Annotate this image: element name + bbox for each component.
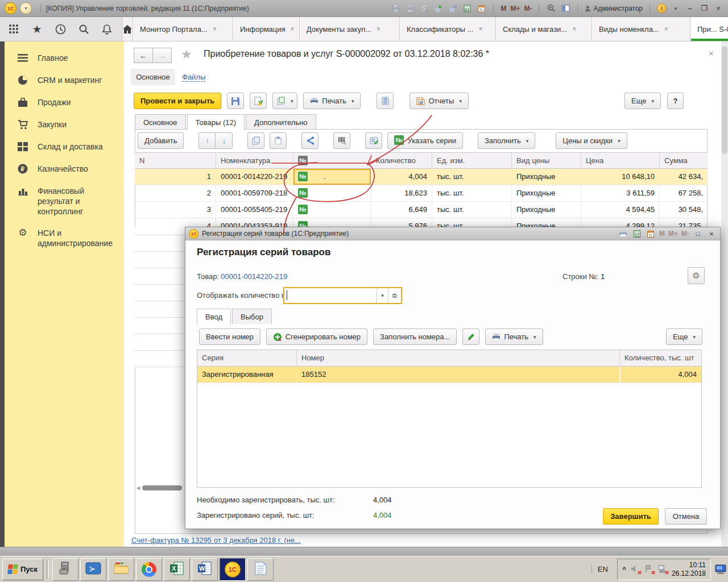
current-user[interactable]: Администратор — [585, 5, 643, 13]
cell-unit[interactable]: тыс. шт. — [432, 202, 512, 218]
scroll-left-icon[interactable]: ◀ — [136, 485, 140, 490]
notifications-bell-icon[interactable] — [101, 23, 113, 35]
vertical-scrollbar[interactable] — [721, 41, 728, 547]
barcode-scan-button[interactable] — [333, 132, 350, 149]
sidebar-item-kaznacheystvo[interactable]: ₽Казначейство — [5, 158, 124, 180]
generate-number-button[interactable]: AСгенерировать номер — [266, 329, 367, 345]
cell-qty[interactable]: 18,623 — [371, 185, 432, 201]
help-button[interactable]: ? — [667, 93, 684, 109]
apps-grid-icon[interactable] — [8, 23, 19, 35]
memory-m-minus-button[interactable]: М- — [681, 230, 689, 238]
tab-close-icon[interactable]: × — [377, 25, 380, 33]
cell-sum[interactable]: 42 634, — [660, 169, 708, 185]
fill-menu-button[interactable]: Заполнить▾ — [478, 132, 535, 149]
cell-price-type[interactable]: Приходные — [512, 202, 581, 218]
info-icon[interactable]: i — [657, 3, 667, 13]
cell-unit[interactable]: тыс. шт. — [432, 169, 512, 185]
sidebar-item-crm[interactable]: CRM и маркетинг — [5, 69, 124, 92]
paste-row-button[interactable] — [270, 132, 287, 149]
tab-close-icon[interactable]: × — [479, 25, 483, 33]
taskbar-app-excel[interactable]: X — [164, 558, 190, 581]
show-desktop-icon[interactable] — [714, 559, 727, 580]
table-row[interactable]: 1 00001-0014220-219 № . 4,004 тыс. шт. П… — [135, 169, 708, 185]
cell-price[interactable]: 4 594,45 — [581, 202, 660, 218]
tray-expand-icon[interactable]: ^ — [622, 566, 626, 573]
cell-qty[interactable]: 4,004 — [371, 169, 432, 185]
dialogtab-vybor[interactable]: Выбор — [232, 309, 272, 324]
sidebar-item-zakupki[interactable]: Закупки — [5, 114, 124, 136]
cell-nomenclature[interactable]: 00001-0055405-219 — [216, 202, 293, 218]
cell-series-selected[interactable]: № . — [293, 169, 371, 185]
home-tab[interactable] — [122, 17, 133, 41]
volume-muted-icon[interactable]: ✕ — [631, 565, 640, 574]
dialog-close-button[interactable]: × — [706, 230, 717, 238]
tab-dokumenty-zakup[interactable]: Документы закуп...× — [300, 17, 400, 41]
cell-sum[interactable]: 30 548, — [660, 202, 708, 218]
cancel-button[interactable]: Отмена — [665, 508, 707, 525]
sidebar-item-glavnoe[interactable]: Главное — [5, 47, 124, 69]
taskbar-app-1c-active[interactable]: 1С — [220, 558, 246, 581]
cell-number[interactable]: 185152 — [297, 367, 620, 383]
input-open-icon[interactable]: ⧉ — [388, 288, 401, 303]
cell-price-type[interactable]: Приходные — [512, 169, 581, 185]
invoice-link[interactable]: Счет-фактура № 13295 от 3 декабря 2018 г… — [131, 536, 301, 544]
sidebar-item-finrezultat[interactable]: Финансовый результат и контроллинг — [5, 180, 124, 222]
col-nomenclature[interactable]: Номенклатура — [216, 153, 293, 168]
save-icon[interactable] — [391, 4, 401, 13]
dialog-more-button[interactable]: Еще▾ — [666, 329, 702, 345]
tab-klassifikatory[interactable]: Классификаторы ...× — [400, 17, 496, 41]
calendar-icon[interactable]: 31 — [476, 4, 486, 13]
doc-navtab-main[interactable]: Основное — [131, 69, 175, 85]
dialogtab-vvod[interactable]: Ввод — [197, 309, 231, 325]
cell-series[interactable]: № — [293, 202, 371, 218]
enter-number-button[interactable]: Ввести номер — [199, 329, 260, 345]
product-link[interactable]: 00001-0014220-219 — [221, 272, 287, 281]
dialog-maximize-button[interactable]: □ — [693, 230, 703, 237]
tab-informaciya[interactable]: Информация× — [233, 17, 300, 41]
edit-pencil-button[interactable] — [462, 329, 479, 345]
print-icon[interactable] — [618, 229, 628, 238]
taskbar-app-notepad[interactable] — [247, 558, 274, 581]
prices-discounts-button[interactable]: Цены и скидки▾ — [556, 132, 627, 149]
print-icon[interactable] — [405, 4, 415, 13]
input-dropdown-icon[interactable]: ▾ — [377, 288, 388, 303]
col-series[interactable]: Серия — [197, 350, 297, 366]
set-series-button[interactable]: №Указать серии — [387, 132, 462, 149]
pagetab-tovary[interactable]: Товары (12) — [187, 114, 245, 130]
cell-series[interactable]: № — [293, 185, 371, 201]
pagetab-osnovnoe[interactable]: Основное — [135, 114, 186, 130]
pagetab-dopolnitelno[interactable]: Дополнительно — [246, 114, 316, 130]
cell-price[interactable]: 10 648,10 — [581, 169, 660, 185]
col-qty[interactable]: Количество, тыс. шт — [620, 350, 701, 366]
window-menu-button[interactable]: ▾ — [20, 2, 32, 14]
document-close-icon[interactable]: × — [709, 48, 714, 58]
scrollbar-thumb[interactable] — [722, 46, 727, 154]
tab-close-icon[interactable]: × — [664, 25, 668, 33]
reports-menu-button[interactable]: Отчеты▾ — [410, 93, 468, 109]
tab-sklady-i-magaziny[interactable]: Склады и магази...× — [496, 17, 592, 41]
calendar-icon[interactable]: 31 — [646, 229, 656, 238]
memory-m-plus-button[interactable]: М+ — [668, 230, 678, 238]
taskbar-app-powershell[interactable]: ≻ — [80, 558, 106, 581]
cell-sum[interactable]: 67 258, — [660, 185, 708, 201]
cell-price-type[interactable]: Приходные — [512, 185, 581, 201]
history-clock-icon[interactable] — [55, 23, 66, 35]
favorite-star-icon[interactable]: ★ — [181, 47, 192, 62]
print-preview-icon[interactable] — [419, 4, 429, 13]
search-icon[interactable] — [78, 23, 89, 35]
share-button[interactable] — [301, 132, 318, 149]
1c-logo-icon[interactable]: 1С — [5, 2, 16, 14]
start-button[interactable]: Пуск — [2, 559, 43, 580]
taskbar-app-chrome[interactable] — [136, 558, 162, 581]
taskbar-app-file-explorer[interactable] — [108, 558, 134, 581]
tab-monitor-portala[interactable]: Монитор Портала...× — [133, 17, 233, 41]
info-dropdown-icon[interactable]: ▾ — [671, 4, 681, 13]
sidebar-item-prodazhi[interactable]: Продажи — [5, 92, 124, 114]
cell-unit[interactable]: тыс. шт. — [432, 185, 512, 201]
check-fill-button[interactable] — [365, 132, 382, 149]
tab-priobretenie-active[interactable]: При... S-000002092× — [690, 17, 728, 41]
sidebar-item-sklad[interactable]: Склад и доставка — [5, 136, 124, 158]
memory-m-plus-button[interactable]: М+ — [510, 5, 520, 13]
col-series[interactable]: № — [293, 153, 371, 168]
add-row-button[interactable]: Добавить — [138, 132, 184, 149]
